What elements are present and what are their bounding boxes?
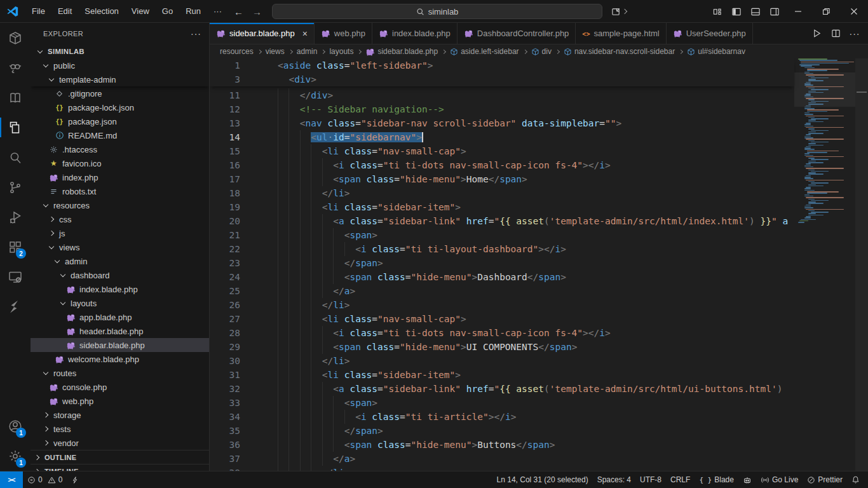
close-icon[interactable]: × xyxy=(302,29,308,38)
minimap-slider[interactable] xyxy=(794,72,855,107)
tree-item-resources[interactable]: resources xyxy=(31,198,209,212)
window-restore-button[interactable] xyxy=(812,0,840,23)
code-line-13[interactable]: 13 <nav class="sidebar-nav scroll-sideba… xyxy=(210,116,794,130)
code-line-18[interactable]: 18 </li> xyxy=(210,186,794,200)
breadcrumb-item[interactable]: sidebar.blade.php xyxy=(365,47,438,56)
code-line-26[interactable]: 26 </li> xyxy=(210,298,794,312)
cursor-position[interactable]: Ln 14, Col 31 (20 selected) xyxy=(492,475,593,484)
editor-scrollbar[interactable] xyxy=(855,58,868,471)
remote-indicator[interactable]: >< xyxy=(0,471,23,488)
tree-item-header.blade.php[interactable]: header.blade.php xyxy=(31,324,209,338)
tree-item-index.php[interactable]: index.php xyxy=(31,170,209,184)
source-control-icon[interactable] xyxy=(0,172,31,202)
code-line-27[interactable]: 27 <li class="nav-small-cap"> xyxy=(210,312,794,326)
breadcrumb-item[interactable]: admin xyxy=(297,47,318,56)
editor-more-actions-icon[interactable]: ··· xyxy=(846,25,863,42)
toggle-sidebar-icon[interactable] xyxy=(727,3,746,20)
encoding[interactable]: UTF-8 xyxy=(635,475,666,484)
code-line-21[interactable]: 21 <span> xyxy=(210,228,794,242)
prettier-status[interactable]: Prettier xyxy=(803,475,847,484)
menu-view[interactable]: View xyxy=(126,4,154,18)
code-line-30[interactable]: 30 </li> xyxy=(210,354,794,368)
breadcrumb-item[interactable]: resources xyxy=(220,47,254,56)
lightning-status-icon[interactable] xyxy=(67,476,83,484)
accounts-icon[interactable]: 1 xyxy=(0,411,31,441)
menu-run[interactable]: Run xyxy=(180,4,206,18)
nav-forward-icon[interactable]: → xyxy=(252,6,262,17)
code-line-1[interactable]: 1 <aside class="left-sidebar"> xyxy=(210,58,794,72)
code-line-12[interactable]: 12 <!-- Sidebar navigation--> xyxy=(210,102,794,116)
tree-item-web.php[interactable]: web.php xyxy=(31,394,209,408)
tree-item-css[interactable]: css xyxy=(31,212,209,226)
tab-sample-page.html[interactable]: <>sample-page.html xyxy=(576,23,666,44)
menu-edit[interactable]: Edit xyxy=(53,4,77,18)
tree-item-package.json[interactable]: {}package.json xyxy=(31,114,209,128)
code-line-35[interactable]: 35 </span> xyxy=(210,424,794,438)
tree-item-package-lock.json[interactable]: {}package-lock.json xyxy=(31,100,209,114)
code-line-36[interactable]: 36 <span class="hide-menu">Buttons</span… xyxy=(210,438,794,452)
window-close-button[interactable] xyxy=(840,0,868,23)
extensions-icon[interactable]: 2 xyxy=(0,232,31,262)
code-line-3[interactable]: 3 <div> xyxy=(210,72,794,86)
code-line-20[interactable]: 20 <a class="sidebar-link" href="{{ asse… xyxy=(210,214,794,228)
breadcrumb-item[interactable]: ul#sidebarnav xyxy=(687,47,745,56)
nav-back-icon[interactable]: ← xyxy=(234,6,243,17)
container-tools-icon[interactable] xyxy=(0,23,31,53)
code-line-32[interactable]: 32 <a class="sidebar-link" href="{{ asse… xyxy=(210,382,794,396)
toggle-secondary-sidebar-icon[interactable] xyxy=(765,3,784,20)
tree-item-template-admin[interactable]: template-admin xyxy=(31,72,209,86)
code-line-23[interactable]: 23 </span> xyxy=(210,256,794,270)
code-line-33[interactable]: 33 <span> xyxy=(210,396,794,410)
tree-item-views[interactable]: views xyxy=(31,240,209,254)
code-editor[interactable]: 11 </div>12 <!-- Sidebar navigation-->13… xyxy=(210,58,868,471)
window-minimize-button[interactable] xyxy=(784,0,812,23)
tree-item-storage[interactable]: storage xyxy=(31,408,209,422)
breadcrumb-item[interactable]: layouts xyxy=(329,47,353,56)
code-line-24[interactable]: 24 <span class="hide-menu">Dashboard</sp… xyxy=(210,270,794,284)
code-line-29[interactable]: 29 <span class="hide-menu">UI COMPONENTS… xyxy=(210,340,794,354)
code-line-31[interactable]: 31 <li class="sidebar-item"> xyxy=(210,368,794,382)
code-line-11[interactable]: 11 </div> xyxy=(210,88,794,102)
tree-item-public[interactable]: public xyxy=(31,58,209,72)
toggle-panel-icon[interactable] xyxy=(746,3,765,20)
tree-item-app.blade.php[interactable]: app.blade.php xyxy=(31,310,209,324)
tree-item-robots.txt[interactable]: robots.txt xyxy=(31,184,209,198)
section-outline[interactable]: OUTLINE xyxy=(31,450,209,464)
tree-item-favicon.ico[interactable]: ★favicon.ico xyxy=(31,156,209,170)
notifications-bell-icon[interactable] xyxy=(847,475,864,484)
language-mode[interactable]: { } Blade xyxy=(695,475,738,484)
tree-item-welcome.blade.php[interactable]: welcome.blade.php xyxy=(31,352,209,366)
menu-go[interactable]: Go xyxy=(157,4,178,18)
tree-item-console.php[interactable]: console.php xyxy=(31,380,209,394)
problems-status[interactable]: 0 0 xyxy=(23,475,67,484)
code-line-25[interactable]: 25 </a> xyxy=(210,284,794,298)
tree-item-.htaccess[interactable]: .htaccess xyxy=(31,142,209,156)
tab-index.blade.php[interactable]: index.blade.php xyxy=(372,23,458,44)
code-line-37[interactable]: 37 </a> xyxy=(210,452,794,466)
breadcrumb-item[interactable]: aside.left-sidebar xyxy=(450,47,519,56)
run-file-icon[interactable] xyxy=(808,25,825,42)
breadcrumb-item[interactable]: views xyxy=(266,47,285,56)
tree-item-admin[interactable]: admin xyxy=(31,254,209,268)
explorer-icon[interactable] xyxy=(0,112,31,142)
search-icon[interactable] xyxy=(0,142,31,172)
tree-root-siminlab[interactable]: SIMINLAB xyxy=(31,44,209,58)
remote-explorer-icon[interactable] xyxy=(0,262,31,292)
breadcrumb-item[interactable]: div xyxy=(531,47,552,56)
tab-web.php[interactable]: web.php xyxy=(315,23,372,44)
menu-selection[interactable]: Selection xyxy=(79,4,123,18)
tab-sidebar.blade.php[interactable]: sidebar.blade.php× xyxy=(210,23,315,44)
tree-item-js[interactable]: js xyxy=(31,226,209,240)
tree-item-.gitignore[interactable]: .gitignore xyxy=(31,86,209,100)
tree-item-layouts[interactable]: layouts xyxy=(31,296,209,310)
code-line-22[interactable]: 22 <i class="ti ti-layout-dashboard"></i… xyxy=(210,242,794,256)
minimap[interactable] xyxy=(794,58,855,471)
docs-book-icon[interactable] xyxy=(0,83,31,112)
split-editor-icon[interactable] xyxy=(827,25,844,42)
eol-sequence[interactable]: CRLF xyxy=(666,475,695,484)
go-live-button[interactable]: Go Live xyxy=(756,475,803,484)
settings-gear-icon[interactable]: 1 xyxy=(0,441,31,471)
run-debug-icon[interactable] xyxy=(0,202,31,232)
code-line-16[interactable]: 16 <i class="ti ti-dots nav-small-cap-ic… xyxy=(210,158,794,172)
code-line-38[interactable]: 38 </li> xyxy=(210,466,794,471)
